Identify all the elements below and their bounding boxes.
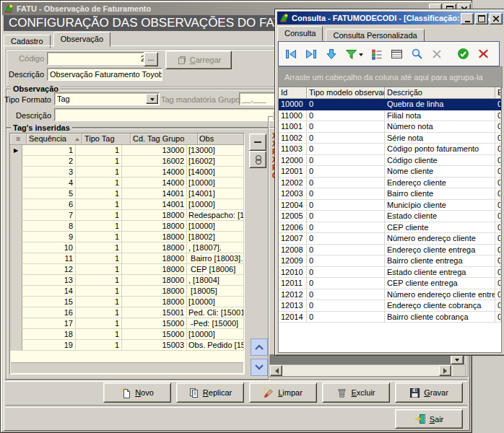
result-row[interactable]: 12013 0 Endereço cliente cobrança 0 — [279, 300, 501, 312]
column-obs[interactable]: Obs — [198, 134, 244, 145]
close-icon[interactable] — [490, 13, 503, 25]
horizontal-scrollbar[interactable] — [269, 364, 466, 377]
tab-consulta[interactable]: Consulta — [277, 26, 323, 41]
result-row[interactable]: 12012 0 Número endereço cliente entrega … — [279, 289, 501, 301]
minus-icon — [254, 141, 261, 143]
tag-row[interactable]: 14 1 18000 [18005] — [10, 286, 244, 297]
codigo-browse-button[interactable]: ... — [144, 52, 158, 66]
column-tipo-modelo[interactable]: Tipo modelo observação — [307, 87, 385, 99]
main-tabs: Cadastro Observação — [4, 32, 111, 46]
tag-row[interactable]: 12 1 18000 CEP [18006] — [10, 264, 244, 275]
replicar-button[interactable]: Replicar — [176, 382, 244, 403]
fetch-records-icon[interactable] — [325, 48, 339, 61]
tag-row[interactable]: 2 1 16002 [16002] — [10, 156, 244, 167]
result-row[interactable]: 11000 0 Filial nota 0 — [279, 110, 501, 122]
tag-row[interactable]: 7 1 18000 Redespacho: [18001] — [10, 210, 244, 221]
tag-row[interactable]: 16 1 15001 Ped. Cli: [15001] — [10, 307, 244, 318]
tab-observacao[interactable]: Observação — [53, 32, 110, 47]
confirm-icon[interactable] — [457, 48, 471, 61]
tag-row[interactable]: 17 1 15000 -Ped: [15000] — [10, 318, 244, 329]
column-cd-tag-grupo[interactable]: Cd. Tag Grupo — [131, 134, 198, 145]
result-row[interactable]: 12004 0 Município cliente 0 — [279, 200, 501, 211]
remove-tag-button[interactable] — [249, 134, 266, 151]
last-record-icon[interactable] — [305, 48, 318, 61]
result-row[interactable]: 12007 0 Número endereço cliente 0 — [279, 233, 501, 245]
result-row[interactable]: 12006 0 CEP cliente 0 — [279, 222, 501, 234]
search-icon[interactable] — [410, 48, 424, 61]
consulta-titlebar[interactable]: Consulta - FATUMODECODI - [Classificação… — [277, 12, 504, 25]
column-tipo-tag[interactable]: Tipo Tag — [82, 134, 131, 145]
dropdown-button[interactable] — [451, 355, 464, 364]
gravar-button[interactable]: Gravar — [395, 382, 463, 403]
columns-icon[interactable] — [370, 48, 384, 61]
first-record-icon[interactable] — [284, 48, 298, 61]
column-editavel[interactable]: Editável — [495, 87, 501, 99]
row-indicator — [10, 199, 22, 210]
result-row[interactable]: 11002 0 Série nota 0 — [279, 133, 501, 144]
tipo-formato-label: Tipo Formato — [4, 93, 51, 106]
reorder-tags-button[interactable] — [249, 151, 266, 168]
consulta-tabs: Consulta Consulta Personalizada — [277, 26, 425, 40]
limpar-button[interactable]: Limpar — [249, 382, 317, 403]
codigo-field[interactable]: 2 — [47, 52, 148, 65]
scroll-right-icon[interactable] — [439, 365, 451, 376]
tag-row[interactable]: 19 1 15003 Obs. Pedido [15003] — [10, 340, 244, 351]
column-id[interactable]: Id — [279, 87, 307, 99]
carregar-button[interactable]: Carregar — [165, 51, 232, 69]
excluir-button[interactable]: Excluir — [322, 382, 390, 403]
scroll-left-icon[interactable] — [270, 365, 282, 376]
result-row[interactable]: 10000 0 Quebra de linha 0 — [279, 99, 501, 110]
tag-row[interactable]: 15 1 18000 [10000] — [10, 297, 244, 307]
grid-corner-icon[interactable]: ≣ — [10, 134, 27, 145]
group-by-bar[interactable]: Arraste um cabeçalho da coluna até aqui … — [278, 66, 503, 88]
grid-view-icon[interactable] — [390, 48, 404, 61]
result-row[interactable]: 12011 0 CEP cliente entrega 0 — [279, 278, 501, 289]
descricao-field[interactable]: Observação Faturamento Toyobo — [47, 68, 162, 81]
result-row[interactable]: 12009 0 Bairro cliente entrega 0 — [279, 255, 501, 267]
tipo-formato-select[interactable]: Tag — [54, 92, 160, 105]
tag-row[interactable]: 3 1 14000 [14000] — [10, 167, 244, 178]
result-row[interactable]: 11003 0 Código ponto faturamento 0 — [279, 144, 501, 155]
tag-row[interactable]: 9 1 18000 [18002] — [10, 232, 244, 242]
move-down-button[interactable] — [251, 359, 268, 376]
tag-row[interactable]: ▶ 1 1 13000 [13000] — [10, 145, 244, 156]
result-row[interactable]: 12002 0 Endereço cliente 0 — [279, 178, 501, 189]
maximize-icon[interactable] — [475, 13, 488, 25]
result-row[interactable]: 12010 0 Estado cliente entrega 0 — [279, 267, 501, 279]
tag-row[interactable]: 11 1 18000 Bairro [18003]. — [10, 253, 244, 264]
minimize-icon[interactable] — [461, 13, 474, 25]
novo-button[interactable]: Novo — [103, 382, 171, 403]
tag-row[interactable]: 4 1 14000 [10000] — [10, 178, 244, 188]
row-indicator — [10, 253, 22, 264]
row-indicator — [10, 318, 22, 329]
column-sequencia[interactable]: Sequência — [27, 134, 82, 145]
consulta-window: Consulta - FATUMODECODI - [Classificação… — [274, 9, 504, 356]
chevron-up-icon — [255, 344, 264, 350]
tag-row[interactable]: 6 1 14001 [10000] — [10, 199, 244, 210]
cancel-icon[interactable] — [477, 48, 490, 61]
observacao-descricao-label: Descrição — [14, 109, 51, 122]
divider — [5, 405, 467, 408]
tags-grid-header: ≣ Sequência Tipo Tag Cd. Tag Grupo Obs — [10, 134, 244, 145]
move-up-button[interactable] — [251, 338, 268, 356]
result-row[interactable]: 12008 0 Endereço cliente entrega 0 — [279, 245, 501, 256]
result-row[interactable]: 12005 0 Estado cliente 0 — [279, 211, 501, 222]
preview-collapsed-bar — [269, 354, 464, 364]
tag-row[interactable]: 18 1 15000 [10000] — [10, 329, 244, 340]
tag-row[interactable]: 10 1 18000 , [18007]. — [10, 242, 244, 253]
result-row[interactable]: 12014 0 Bairro cliente cobrança 0 — [279, 312, 501, 323]
clear-icon[interactable] — [430, 48, 444, 61]
tag-row[interactable]: 8 1 18000 [10000] — [10, 221, 244, 232]
chevron-down-icon[interactable] — [146, 94, 158, 104]
result-row[interactable]: 11001 0 Número nota 0 — [279, 121, 501, 133]
tag-row[interactable]: 13 1 18000 , [18004] — [10, 275, 244, 286]
column-descricao[interactable]: Descrição — [385, 87, 495, 99]
filter-icon[interactable] — [344, 48, 363, 61]
result-row[interactable]: 12001 0 Nome cliente 0 — [279, 166, 501, 178]
scrollbar-corner — [453, 365, 465, 376]
tags-grid-body: ▶ 1 1 13000 [13000] 2 1 16002 [16002] — [10, 145, 244, 351]
sair-button[interactable]: Sair — [395, 409, 463, 429]
result-row[interactable]: 12000 0 Código cliente 0 — [279, 155, 501, 167]
tag-row[interactable]: 5 1 14001 [14001] — [10, 188, 244, 199]
result-row[interactable]: 12003 0 Bairro cliente 0 — [279, 188, 501, 200]
